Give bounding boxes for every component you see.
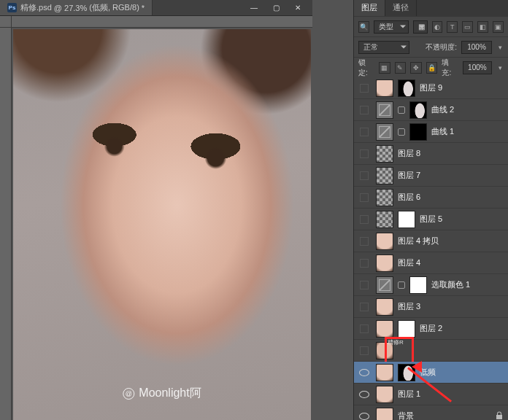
- layer-name[interactable]: 图层 7: [398, 170, 420, 181]
- layer-thumbnail[interactable]: [376, 123, 393, 141]
- layer-visibility-toggle[interactable]: [357, 147, 372, 161]
- layer-thumbnail[interactable]: [376, 233, 393, 250]
- layer-item[interactable]: 图层 5: [354, 209, 508, 230]
- layer-visibility-toggle[interactable]: [357, 81, 372, 96]
- layer-list[interactable]: 图层 9曲线 2曲线 1图层 8图层 7图层 6图层 5图层 4 拷贝图层 4选…: [354, 77, 508, 420]
- layer-name[interactable]: 图层 8: [398, 148, 420, 159]
- layer-visibility-toggle[interactable]: [357, 343, 372, 358]
- doc-modified: *: [142, 4, 145, 12]
- layer-name[interactable]: 背景: [398, 411, 414, 420]
- layer-thumbnail[interactable]: [376, 211, 393, 228]
- filter-text-icon[interactable]: T: [447, 21, 458, 33]
- layer-item[interactable]: 图层 4 拷贝: [354, 230, 508, 252]
- filter-smart-icon[interactable]: ◧: [477, 21, 488, 33]
- layer-item[interactable]: 低频: [354, 362, 508, 384]
- layer-visibility-toggle[interactable]: [357, 409, 372, 421]
- filter-adjust-icon[interactable]: ◐: [432, 21, 443, 33]
- blend-mode-select[interactable]: 正常: [358, 41, 409, 54]
- layer-mask-thumbnail[interactable]: [398, 364, 415, 381]
- layer-mask-thumbnail[interactable]: [398, 211, 415, 228]
- fill-dropdown-icon[interactable]: ▾: [496, 62, 504, 74]
- layer-thumbnail[interactable]: [376, 101, 393, 119]
- layer-item[interactable]: 图层 2: [354, 318, 508, 340]
- layer-item[interactable]: 图层 7: [354, 165, 508, 187]
- layer-thumbnail[interactable]: [376, 386, 393, 403]
- layer-name[interactable]: 图层 4 拷贝: [398, 236, 439, 246]
- opacity-dropdown-icon[interactable]: ▾: [496, 42, 504, 53]
- layer-thumbnail[interactable]: [376, 364, 393, 381]
- window-close[interactable]: ✕: [288, 3, 308, 13]
- filter-shape-icon[interactable]: ▭: [462, 21, 473, 33]
- layer-visibility-toggle[interactable]: [357, 322, 372, 336]
- layer-item[interactable]: 背景: [354, 405, 508, 420]
- layer-name[interactable]: 图层 5: [420, 214, 442, 225]
- lock-brush-icon[interactable]: ✎: [395, 62, 407, 74]
- layer-thumbnail[interactable]: [376, 79, 393, 97]
- filter-row: 🔍 类型 ▦ ◐ T ▭ ◧ ▣: [354, 16, 508, 36]
- layer-item[interactable]: 图层 3: [354, 296, 508, 318]
- tab-layers[interactable]: 图层: [354, 0, 385, 16]
- layer-thumbnail[interactable]: [376, 189, 393, 206]
- layer-item[interactable]: 图层 8: [354, 143, 508, 165]
- layer-name[interactable]: 选取颜色 1: [431, 279, 470, 290]
- layer-item[interactable]: 图层 1: [354, 384, 508, 405]
- layer-item[interactable]: 曲线 2: [354, 99, 508, 121]
- layer-name[interactable]: 图层 6: [398, 192, 420, 203]
- layer-name[interactable]: 曲线 1: [431, 126, 454, 137]
- layer-visibility-toggle[interactable]: [357, 234, 372, 249]
- ruler-horizontal[interactable]: [0, 16, 312, 28]
- layer-visibility-toggle[interactable]: [357, 168, 372, 183]
- layer-visibility-toggle[interactable]: [357, 256, 372, 271]
- lock-move-icon[interactable]: ✥: [410, 62, 422, 74]
- opacity-input[interactable]: 100%: [461, 41, 492, 54]
- layer-thumbnail[interactable]: [376, 320, 393, 338]
- layer-visibility-toggle[interactable]: [357, 365, 372, 380]
- layer-name[interactable]: 图层 2: [420, 323, 442, 334]
- layer-mask-thumbnail[interactable]: [398, 320, 415, 338]
- layer-name[interactable]: 图层 1: [398, 389, 420, 400]
- layer-name[interactable]: 低频: [420, 367, 436, 378]
- filter-kind-1[interactable]: ▦: [413, 20, 428, 34]
- layer-thumbnail[interactable]: [376, 167, 393, 184]
- filter-toggle[interactable]: ▣: [493, 21, 504, 33]
- layer-name[interactable]: 曲线 2: [431, 104, 454, 115]
- layer-thumbnail[interactable]: [376, 408, 393, 421]
- layer-thumbnail[interactable]: [376, 298, 393, 316]
- layer-mask-thumbnail[interactable]: [409, 101, 427, 119]
- lock-transparent-icon[interactable]: ▦: [379, 62, 390, 74]
- layer-mask-thumbnail[interactable]: [409, 276, 427, 294]
- window-maximize[interactable]: ▢: [266, 3, 286, 13]
- layer-item[interactable]: 图层 9: [354, 77, 508, 99]
- layer-thumbnail[interactable]: [376, 254, 393, 272]
- layer-visibility-toggle[interactable]: [357, 387, 372, 402]
- lock-all-icon[interactable]: 🔒: [426, 62, 438, 74]
- tab-channels[interactable]: 通径: [385, 0, 417, 16]
- layer-item[interactable]: 曲线 1: [354, 121, 508, 143]
- layer-name[interactable]: 图层 4: [398, 257, 420, 268]
- ruler-vertical[interactable]: [0, 28, 12, 420]
- document-tab[interactable]: Ps 精修.psd @ 27.3% (低频, RGB/8) *: [0, 0, 153, 15]
- filter-type-select[interactable]: 类型: [374, 20, 409, 34]
- layer-mask-thumbnail[interactable]: [409, 123, 427, 141]
- layer-visibility-toggle[interactable]: [357, 212, 372, 227]
- canvas[interactable]: @ Moonlight阿: [13, 29, 311, 420]
- layer-item[interactable]: 图层 4: [354, 252, 508, 274]
- ruler-corner: [0, 16, 12, 28]
- layer-name[interactable]: 图层 9: [420, 82, 442, 93]
- search-icon[interactable]: 🔍: [358, 21, 369, 33]
- layer-visibility-toggle[interactable]: [357, 103, 372, 117]
- layer-visibility-toggle[interactable]: [357, 190, 372, 205]
- layer-item[interactable]: 精修R: [354, 340, 508, 362]
- window-minimize[interactable]: —: [244, 3, 264, 13]
- layer-name[interactable]: 图层 3: [398, 301, 420, 312]
- layer-visibility-toggle[interactable]: [357, 125, 372, 139]
- fill-input[interactable]: 100%: [463, 61, 493, 74]
- layer-visibility-toggle[interactable]: [357, 300, 372, 314]
- layer-thumbnail[interactable]: [376, 145, 393, 163]
- layer-mask-thumbnail[interactable]: [398, 79, 415, 97]
- layer-thumbnail[interactable]: [376, 276, 393, 294]
- layer-visibility-toggle[interactable]: [357, 278, 372, 292]
- layer-item[interactable]: 图层 6: [354, 187, 508, 209]
- layer-item[interactable]: 选取颜色 1: [354, 274, 508, 296]
- photo-image: @ Moonlight阿: [13, 29, 311, 420]
